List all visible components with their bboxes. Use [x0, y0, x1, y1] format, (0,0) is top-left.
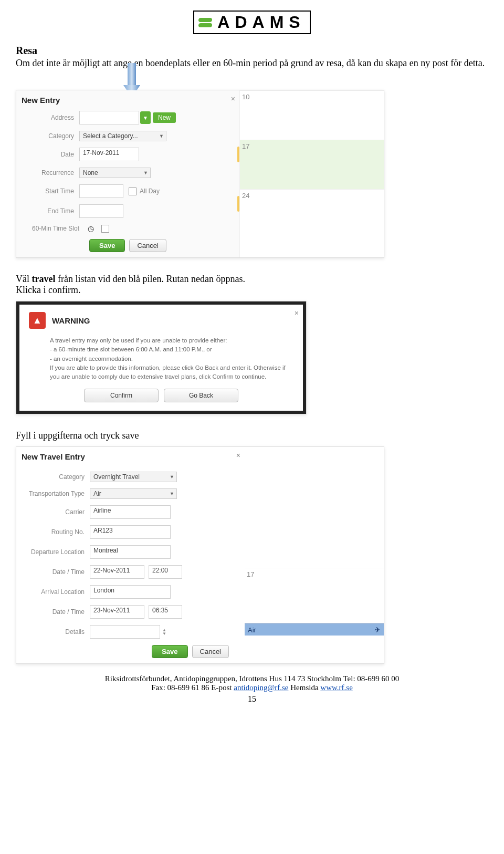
cancel-button[interactable]: Cancel	[129, 239, 166, 252]
calendar-side: 17 Air ✈	[245, 447, 384, 663]
logo-text: ADAMS	[217, 13, 305, 32]
category-select[interactable]: Overnight Travel ▼	[90, 472, 177, 482]
label-end-time: End Time	[22, 207, 79, 215]
body-text-3: Fyll i uppgifterna och tryck save	[16, 430, 488, 441]
slot-checkbox[interactable]	[101, 225, 109, 233]
page-number: 15	[16, 694, 488, 704]
chevron-down-icon: ▼	[159, 133, 164, 139]
page-footer: Riksidrottsförbundet, Antidopinggruppen,…	[16, 674, 488, 692]
arr-time-input[interactable]: 06:35	[149, 605, 182, 619]
departure-input[interactable]: Montreal	[90, 545, 171, 559]
new-entry-screenshot: New Entry × Address ▼ New Category Selec…	[16, 90, 384, 258]
warning-body: A travel entry may only be used if you a…	[50, 336, 293, 381]
label-address: Address	[22, 114, 79, 121]
label-arrival: Arrival Location	[22, 588, 90, 596]
arrival-input[interactable]: London	[90, 585, 171, 599]
save-button[interactable]: Save	[89, 239, 125, 252]
all-day-checkbox[interactable]	[129, 188, 136, 195]
date-input[interactable]: 17-Nov-2011	[79, 148, 139, 161]
close-icon[interactable]: ×	[231, 95, 235, 103]
label-slot: 60-Min Time Slot	[22, 225, 85, 232]
all-day-label: All Day	[140, 188, 160, 195]
air-chip[interactable]: Air ✈	[245, 623, 384, 636]
label-dep-datetime: Date / Time	[22, 568, 90, 576]
calendar-cell-17: 17 Air ✈	[245, 568, 384, 636]
label-transport: Transportation Type	[22, 490, 90, 497]
close-icon[interactable]: ×	[236, 451, 240, 460]
start-time-input[interactable]	[79, 184, 123, 198]
calendar-cell-10: 10	[240, 90, 384, 140]
form-title: New Entry	[22, 96, 234, 105]
dep-date-input[interactable]: 22-Nov-2011	[90, 565, 144, 579]
travel-entry-form: New Travel Entry × Category Overnight Tr…	[16, 447, 245, 663]
body-text-2a: Väl travel från listan vid den blå pilen…	[16, 274, 245, 284]
recurrence-select[interactable]: None ▼	[79, 168, 151, 178]
new-button[interactable]: New	[153, 112, 176, 123]
address-dropdown-button[interactable]: ▼	[140, 111, 151, 124]
dep-time-input[interactable]: 22:00	[149, 565, 182, 579]
label-start-time: Start Time	[22, 188, 79, 195]
transport-select[interactable]: Air ▼	[90, 488, 177, 499]
label-arr-datetime: Date / Time	[22, 608, 90, 616]
warning-title: WARNING	[52, 316, 90, 325]
end-time-input[interactable]	[79, 204, 123, 218]
warning-icon: ▲	[29, 312, 46, 329]
clock-icon: ◷	[88, 224, 94, 233]
airplane-icon: ✈	[374, 626, 381, 634]
chevron-down-icon: ▼	[143, 170, 148, 175]
label-date: Date	[22, 151, 79, 158]
travel-entry-screenshot: New Travel Entry × Category Overnight Tr…	[16, 446, 384, 664]
label-details: Details	[22, 628, 90, 636]
carrier-input[interactable]: Airline	[90, 505, 171, 519]
routing-input[interactable]: AR123	[90, 525, 171, 539]
form-title: New Travel Entry	[22, 452, 239, 461]
calendar-side: 10 17 24	[240, 90, 384, 257]
body-text-2b: Klicka i confirm.	[16, 285, 80, 295]
calendar-cell-24: 24	[240, 189, 384, 238]
site-link[interactable]: www.rf.se	[320, 683, 353, 692]
logo-pills-icon	[198, 18, 212, 27]
save-button[interactable]: Save	[152, 645, 187, 658]
label-routing: Routing No.	[22, 528, 90, 536]
new-entry-form: New Entry × Address ▼ New Category Selec…	[16, 90, 240, 257]
category-select[interactable]: Select a Category... ▼	[79, 131, 166, 141]
warning-screenshot: × ▲ WARNING A travel entry may only be u…	[16, 301, 307, 414]
stepper-icon[interactable]: ▲▼	[162, 628, 166, 636]
label-category: Category	[22, 473, 90, 481]
close-icon[interactable]: ×	[295, 309, 299, 317]
label-category: Category	[22, 132, 79, 140]
svg-rect-0	[128, 63, 136, 85]
label-departure: Departure Location	[22, 548, 90, 556]
label-carrier: Carrier	[22, 508, 90, 516]
section-title-resa: Resa	[16, 45, 488, 57]
go-back-button[interactable]: Go Back	[164, 389, 238, 402]
chevron-down-icon: ▼	[170, 491, 174, 496]
chevron-down-icon: ▼	[170, 474, 174, 480]
body-text-1: Om det inte är möjligt att ange en boend…	[16, 58, 488, 69]
arr-date-input[interactable]: 23-Nov-2011	[90, 605, 144, 619]
details-input[interactable]	[90, 625, 160, 639]
email-link[interactable]: antidoping@rf.se	[234, 683, 288, 692]
address-input[interactable]	[79, 111, 139, 124]
label-recurrence: Recurrence	[22, 169, 79, 176]
calendar-cell-17: 17	[240, 140, 384, 189]
confirm-button[interactable]: Confirm	[84, 389, 159, 402]
cancel-button[interactable]: Cancel	[192, 645, 229, 658]
adams-logo: ADAMS	[16, 11, 488, 34]
